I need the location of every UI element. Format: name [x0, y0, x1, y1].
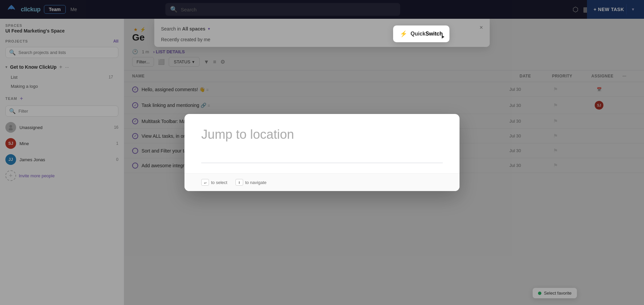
modal-search-input[interactable] [201, 148, 443, 157]
arrow-key-badge: ↕ [235, 179, 243, 186]
quickswitch-tooltip: ⚡ QuickSwitch [393, 25, 449, 42]
modal-footer: ↵ to select ↕ to navigate [184, 173, 460, 191]
modal-input-area[interactable] [201, 148, 443, 163]
select-label: to select [211, 180, 227, 185]
quickswitch-text-switch: Switch [425, 31, 443, 37]
shortcut-select: ↵ to select [201, 179, 227, 186]
jump-to-location-modal: Jump to location ↵ to select ↕ to naviga… [184, 114, 460, 191]
quickswitch-lightning-icon: ⚡ [400, 30, 407, 38]
modal-title: Jump to location [201, 127, 443, 142]
navigate-label: to navigate [245, 180, 267, 185]
quickswitch-label: QuickSwitch [411, 31, 443, 37]
shortcut-navigate: ↕ to navigate [235, 179, 267, 186]
modal-top: Jump to location [184, 114, 460, 173]
quickswitch-text-quick: Quick [411, 31, 425, 37]
enter-key-badge: ↵ [201, 179, 209, 186]
